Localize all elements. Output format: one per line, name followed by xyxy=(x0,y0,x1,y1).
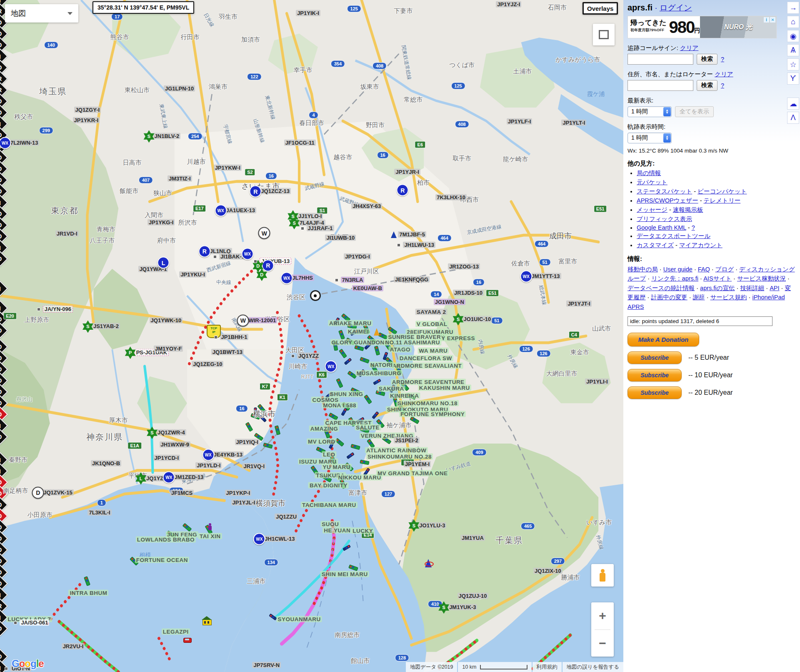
zoom-in-button[interactable]: + xyxy=(591,602,614,629)
ship-name-label[interactable]: KAKUSHIN MARU xyxy=(418,385,471,391)
station-callsign-label[interactable]: JR1VD-I xyxy=(55,231,79,237)
station-callsign-label[interactable]: JQ1ZEG-10 xyxy=(192,361,223,367)
other-view-link[interactable]: APRS/CWOPウェザー xyxy=(637,197,698,204)
ad-close-icon[interactable]: ✕ xyxy=(770,17,775,23)
station-dot[interactable] xyxy=(301,227,304,230)
station-callsign-label[interactable]: JH1WXW-9 xyxy=(160,441,190,448)
target-icon[interactable] xyxy=(310,290,321,301)
station-callsign-label[interactable]: JE4YKB-13 xyxy=(212,451,244,458)
station-callsign-label[interactable]: JH1LWU-13 xyxy=(403,242,435,248)
ship-name-label[interactable]: SYOUANMARU xyxy=(276,616,322,622)
tower-icon[interactable] xyxy=(374,328,380,336)
station-callsign-label[interactable]: JA1UEX-13 xyxy=(225,207,256,213)
ship-name-label[interactable]: KAIMEI xyxy=(347,328,370,334)
overlays-button[interactable]: Overlays xyxy=(582,2,618,15)
info-link[interactable]: 技術詳細 xyxy=(740,285,764,291)
station-callsign-label[interactable]: JM3TIZ-I xyxy=(168,176,192,182)
ship-name-label[interactable]: AMAZING xyxy=(309,426,340,432)
ship-name-label[interactable]: KINREIKA xyxy=(389,393,420,399)
station-dot[interactable] xyxy=(214,336,218,339)
station-callsign-label[interactable]: JP1YIQ-I xyxy=(235,439,260,445)
other-view-link[interactable]: メッセージ xyxy=(637,206,668,213)
station-marker-circle-white[interactable]: D xyxy=(32,486,44,499)
station-callsign-label[interactable]: JP7SRV-N xyxy=(252,662,281,668)
compass-icon[interactable]: Λ xyxy=(787,112,799,124)
info-link[interactable]: 計画中の変更 xyxy=(651,294,687,301)
subscribe-button[interactable]: Subscribe xyxy=(628,369,682,381)
other-view-link[interactable]: マイアカウント xyxy=(679,242,722,248)
ad-info-icon[interactable]: i xyxy=(764,17,769,23)
boat-icon[interactable] xyxy=(391,231,397,238)
igate-house-icon[interactable] xyxy=(202,619,212,625)
track-help-link[interactable]: ? xyxy=(721,56,724,63)
station-callsign-label[interactable]: JQ1YZZ xyxy=(297,353,320,359)
ship-name-label[interactable]: SHINKOUMARU NO.28 xyxy=(366,453,433,459)
track-search-button[interactable]: 検索 xyxy=(697,54,718,65)
info-link[interactable]: リンク先：aprs.fi xyxy=(651,275,698,282)
station-callsign-label[interactable]: JO1UIC-10 xyxy=(462,316,492,322)
station-callsign-label[interactable]: JQ1ZGY-I xyxy=(74,107,101,113)
station-marker-circle[interactable]: R xyxy=(397,184,409,196)
station-callsign-label[interactable]: JP1YJZ-I xyxy=(496,1,521,8)
ship-name-label[interactable]: TAI XIN xyxy=(198,533,222,539)
station-callsign-label[interactable]: JM1YUK-3 xyxy=(448,604,477,610)
station-dot[interactable] xyxy=(5,667,8,670)
pegman-control[interactable] xyxy=(591,564,614,587)
other-view-link[interactable]: プリフィックス表示 xyxy=(637,216,692,222)
station-marker-circle[interactable]: WX xyxy=(281,272,293,284)
station-callsign-label[interactable]: JL7HHS xyxy=(291,275,314,281)
station-callsign-label[interactable]: JP1YEM-I xyxy=(404,461,431,467)
ship-name-label[interactable]: SHUN XING xyxy=(329,391,365,397)
station-callsign-label[interactable]: JQ1ZIX-10 xyxy=(533,568,562,574)
station-callsign-label[interactable]: JR1VQ-I xyxy=(242,463,266,469)
ad-banner[interactable]: 帰ってきた 初年度月額79%OFF 980 円 NURO 光 i ✕ xyxy=(628,16,777,38)
station-callsign-label[interactable]: JR2VU-I xyxy=(62,643,85,649)
station-callsign-label[interactable]: JP1YLD-I xyxy=(195,462,222,469)
station-marker-circle-white[interactable]: W xyxy=(258,227,270,239)
track-callsign-input[interactable] xyxy=(628,54,693,65)
ship-name-label[interactable]: TACHIBANA MARU xyxy=(301,501,358,508)
ship-name-label[interactable]: SUOU xyxy=(320,521,340,527)
station-callsign-label[interactable]: JK1QNO-B xyxy=(91,460,121,466)
station-callsign-label[interactable]: JH1CWL-13 xyxy=(263,536,296,542)
station-marker-circle[interactable]: WX xyxy=(520,270,532,282)
station-dot[interactable] xyxy=(14,621,17,624)
person-icon[interactable] xyxy=(208,523,212,531)
ship-name-label[interactable]: GLORY GUANDONG xyxy=(330,339,390,345)
station-callsign-label[interactable]: JP1BHH-1 xyxy=(220,334,249,340)
other-view-link[interactable]: 元パケット xyxy=(637,179,668,186)
ship-name-label[interactable]: LOWLANDS BRABO xyxy=(136,537,196,543)
station-marker-circle[interactable]: WX xyxy=(215,204,227,216)
address-input[interactable] xyxy=(628,80,693,91)
station-callsign-label[interactable]: JM1YUA xyxy=(460,535,485,541)
station-callsign-label[interactable]: JQ1ZZU xyxy=(275,513,298,519)
ship-name-label[interactable]: YU MARU xyxy=(322,464,352,470)
other-view-link[interactable]: カスタマイズ xyxy=(637,242,674,248)
station-marker-circle[interactable]: WX xyxy=(202,449,214,461)
station-marker-circle[interactable]: WX xyxy=(253,533,265,545)
station-callsign-label[interactable]: JP1YLT-I xyxy=(561,120,586,126)
station-callsign-label[interactable]: JQ1ZWR-4 xyxy=(156,429,186,436)
station-callsign-label[interactable]: JM1YOY-F xyxy=(154,345,183,351)
station-callsign-label[interactable]: JP1YKG-I xyxy=(148,219,175,225)
track-clear-link[interactable]: クリア xyxy=(680,45,699,51)
station-callsign-label[interactable]: JR1JDS-10 xyxy=(453,290,484,296)
ship-name-label[interactable]: LEO xyxy=(322,451,336,457)
antenna-icon[interactable] xyxy=(425,559,432,567)
station-callsign-label[interactable]: JF1OCG-11 xyxy=(284,140,316,146)
station-callsign-label[interactable]: JI1UWB-10 xyxy=(325,234,356,241)
other-view-link[interactable]: 速報掲示板 xyxy=(673,206,703,213)
station-callsign-label[interactable]: JG1WNO-N xyxy=(434,299,465,305)
station-callsign-label[interactable]: 7L3KIL-I xyxy=(88,509,111,516)
station-dot[interactable] xyxy=(37,308,40,311)
station-callsign-label[interactable]: WIR-12001 xyxy=(247,317,277,323)
ship-name-label[interactable]: ARDMORE SEAVENTURE xyxy=(391,379,466,385)
station-callsign-label[interactable]: JP1YLI-I xyxy=(585,378,609,384)
station-callsign-label[interactable]: JF1MCS xyxy=(170,490,194,496)
other-view-link[interactable]: Google Earth KML xyxy=(637,224,686,231)
station-marker-circle[interactable]: WX xyxy=(325,360,337,372)
ship-name-label[interactable]: LUCKY xyxy=(351,528,374,534)
globe-icon[interactable]: ◉ xyxy=(787,30,799,42)
station-callsign-label[interactable]: JP1YKR-I xyxy=(73,117,100,123)
ship-name-label[interactable]: NO.11 ASAHIMARU xyxy=(384,339,442,345)
